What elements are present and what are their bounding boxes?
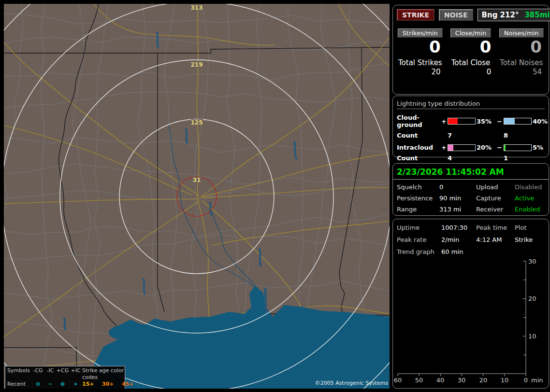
- strikes-per-min-value: 0: [395, 39, 446, 56]
- status-panel: STRIKE NOISE Bng 212° 385mi Strikes/min …: [392, 4, 550, 389]
- bearing-distance: 385mi: [524, 11, 550, 19]
- noises-per-min-button[interactable]: Noises/min: [499, 28, 544, 38]
- old-pos-cg-icon: ⊕: [56, 388, 69, 389]
- cloud-ground-row: Cloud-ground + 35% − 40%: [397, 114, 545, 128]
- squelch-value: 0: [439, 183, 476, 191]
- age-75: 75+: [102, 388, 122, 389]
- capture-status: Active: [515, 195, 545, 202]
- trend-axes: [398, 261, 526, 374]
- distribution-title: Lightning type distribution: [397, 100, 545, 109]
- total-strikes-value: 20: [395, 68, 446, 76]
- total-noises-value: 54: [496, 68, 547, 76]
- strikes-counter: Strikes/min 0 Total Strikes 20: [395, 28, 446, 76]
- trend-x-tick-60: 60: [394, 377, 402, 384]
- receiver-status-box: 2/23/2026 11:45:02 AM Squelch 0 Upload D…: [392, 163, 549, 216]
- cloud-ground-count-row: Count 7 8: [397, 132, 545, 139]
- legend-symbols-header: Symbols: [7, 367, 31, 381]
- trend-y-minor-ticks: [523, 280, 526, 355]
- ic-negative-bar: [504, 144, 532, 151]
- noise-button[interactable]: NOISE: [439, 9, 473, 21]
- trend-x-tick-30: 30: [458, 377, 466, 384]
- capture-label: Capture: [476, 195, 515, 202]
- legend-age-header: Strike age color codes: [82, 367, 139, 381]
- map-canvas: 313 219 125 31: [4, 4, 390, 389]
- close-per-min-value: 0: [446, 39, 496, 56]
- count-label: Count: [397, 132, 441, 139]
- age-90: 90+: [122, 388, 139, 389]
- lake: [135, 324, 147, 332]
- recent-neg-ic-icon: −: [44, 381, 56, 388]
- trend-x-tick-10: 10: [501, 377, 509, 384]
- ring-label-125: 125: [190, 119, 203, 126]
- age-60: 60+: [82, 388, 102, 389]
- legend-col-neg-cg: -CG: [31, 367, 44, 381]
- lake: [109, 326, 134, 339]
- cloud-ground-label: Cloud-ground: [397, 114, 441, 128]
- ic-positive-bar: [448, 144, 476, 151]
- legend-recent-label: Recent: [7, 381, 31, 388]
- range-value: 313 mi: [439, 206, 476, 213]
- distribution-box: Lightning type distribution Cloud-ground…: [392, 96, 549, 157]
- copyright-text: ©2005 Astrogenic Systems: [315, 380, 388, 386]
- trend-y-tick-30: 30: [528, 258, 536, 265]
- strikes-per-min-button[interactable]: Strikes/min: [398, 28, 443, 38]
- receiver-status: Enabled: [515, 206, 545, 213]
- ic-positive-pct: 20%: [477, 144, 497, 151]
- upload-label: Upload: [476, 183, 515, 191]
- legend-col-pos-cg: +CG: [56, 367, 69, 381]
- bearing-value: Bng 212°: [482, 11, 519, 19]
- intracloud-label: Intracloud: [397, 144, 441, 151]
- plus-sign: +: [441, 144, 448, 151]
- trend-y-tick-20: 20: [528, 295, 536, 302]
- recent-neg-cg-icon: ⊖: [31, 381, 44, 388]
- ring-label-219: 219: [190, 61, 203, 68]
- close-per-min-button[interactable]: Close/min: [450, 28, 491, 38]
- legend-col-pos-ic: +IC: [69, 367, 82, 381]
- squelch-label: Squelch: [397, 183, 439, 191]
- cg-positive-bar: [448, 118, 476, 125]
- trend-x-tick-0: 0: [524, 377, 528, 384]
- age-15: 15+: [82, 381, 102, 388]
- datetime-display: 2/23/2026 11:45:02 AM: [393, 164, 549, 180]
- map-legend: Symbols -CG -IC +CG +IC Strike age color…: [5, 366, 125, 389]
- strike-button[interactable]: STRIKE: [397, 9, 434, 21]
- ring-label-313: 313: [190, 4, 203, 11]
- close-counter: Close/min 0 Total Close 0: [446, 28, 496, 76]
- status-row: Squelch 0 Upload Disabled: [397, 183, 545, 191]
- cg-negative-count: 8: [504, 132, 533, 139]
- lightning-detector-app: 313 219 125 31 Symbols -CG -IC +CG +IC S…: [0, 0, 550, 392]
- counters-box: STRIKE NOISE Bng 212° 385mi Strikes/min …: [392, 5, 549, 95]
- recent-pos-cg-icon: ⊕: [56, 381, 69, 388]
- bearing-readout: Bng 212° 385mi: [478, 9, 550, 21]
- trend-x-tick-20: 20: [479, 377, 488, 384]
- count-label: Count: [397, 154, 441, 162]
- old-neg-ic-icon: −: [44, 388, 56, 389]
- trend-box: Uptime 1007:30 Peak time Plot Peak rate …: [392, 219, 549, 389]
- old-neg-cg-icon: ⊖: [31, 388, 44, 389]
- total-close-value: 0: [446, 68, 496, 76]
- ic-negative-pct: 5%: [533, 144, 545, 151]
- ic-positive-count: 4: [448, 154, 477, 162]
- trend-y-tick-10: 10: [528, 333, 536, 340]
- minus-sign: −: [497, 118, 504, 125]
- trend-graph: 30 20 10 60 50 40 30 20 10 0 min: [393, 218, 549, 387]
- minus-sign: −: [497, 144, 504, 151]
- ring-label-31: 31: [193, 177, 201, 183]
- trend-x-ticks: [398, 374, 526, 376]
- trend-x-unit: min: [531, 377, 543, 384]
- strike-map: 313 219 125 31 Symbols -CG -IC +CG +IC S…: [4, 4, 390, 389]
- old-pos-ic-icon: +: [69, 388, 82, 389]
- range-label: Range: [397, 206, 439, 213]
- persistence-value: 90 min: [439, 195, 476, 202]
- persistence-label: Persistence: [397, 195, 439, 202]
- status-row: Range 313 mi Receiver Enabled: [397, 206, 545, 213]
- legend-col-neg-ic: -IC: [44, 367, 56, 381]
- trend-x-tick-50: 50: [415, 377, 423, 384]
- receiver-label: Receiver: [476, 206, 515, 213]
- intracloud-row: Intracloud + 20% − 5%: [397, 144, 545, 151]
- plus-sign: +: [441, 118, 448, 125]
- ic-negative-count: 1: [504, 154, 533, 162]
- noises-per-min-value: 0: [496, 39, 547, 56]
- age-30: 30+: [102, 381, 122, 388]
- trend-x-tick-40: 40: [436, 377, 445, 384]
